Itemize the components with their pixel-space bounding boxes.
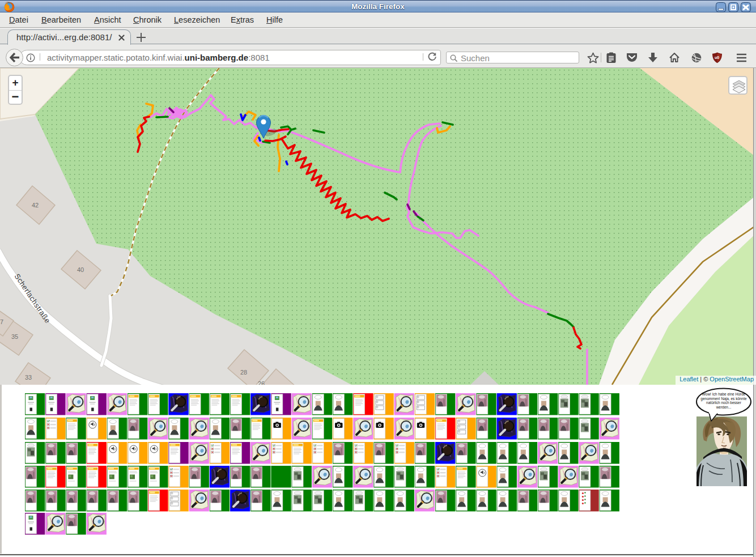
- svg-text:werden...: werden...: [716, 405, 732, 409]
- svg-text:40: 40: [77, 266, 84, 273]
- svg-text:7: 7: [0, 318, 3, 325]
- svg-text:u0: u0: [715, 56, 719, 59]
- svg-text:35: 35: [11, 333, 18, 340]
- svg-text:26: 26: [258, 380, 265, 385]
- svg-text:42: 42: [32, 202, 39, 209]
- svg-text:33: 33: [25, 374, 32, 381]
- svg-text:28: 28: [240, 369, 247, 376]
- svg-text:natürlich noch besser: natürlich noch besser: [706, 401, 742, 405]
- svg-text:Wow! Ich habe eine Hürde: Wow! Ich habe eine Hürde: [702, 392, 746, 396]
